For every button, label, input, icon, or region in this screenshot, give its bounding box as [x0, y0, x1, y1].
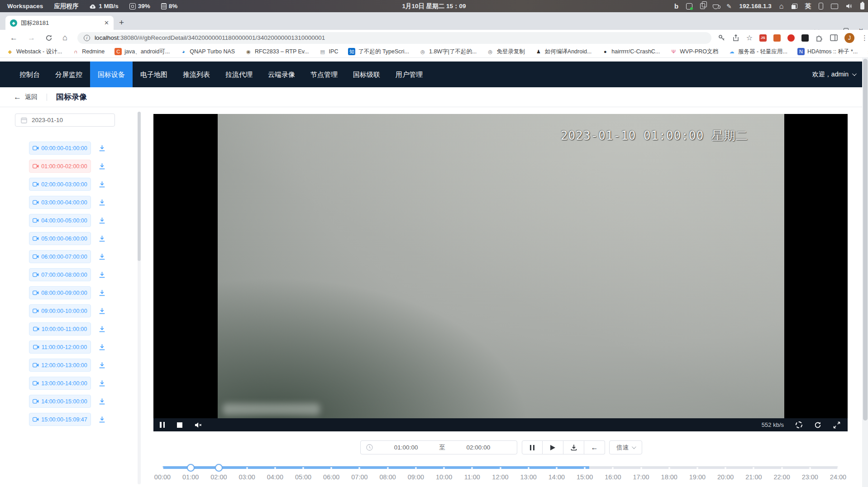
recording-segment-button[interactable]: 01:00:00-02:00:00 — [29, 160, 91, 173]
bookmark-item[interactable]: ♟如何编译Android... — [535, 48, 592, 56]
recording-segment-button[interactable]: 07:00:00-08:00:00 — [29, 268, 91, 281]
download-recording-icon[interactable] — [98, 199, 106, 207]
recording-segment-button[interactable]: 12:00:00-13:00:00 — [29, 359, 91, 372]
recording-segment-button[interactable]: 11:00:00-12:00:00 — [29, 340, 91, 354]
timeline-slider[interactable]: 00:0001:0002:0003:0004:0005:0006:0007:00… — [162, 462, 838, 485]
download-recording-icon[interactable] — [98, 397, 106, 406]
seek-back-button[interactable]: ← — [584, 440, 605, 454]
download-recording-icon[interactable] — [98, 289, 106, 297]
extension-icon[interactable] — [801, 34, 809, 42]
nav-item-9[interactable]: 国标级联 — [345, 61, 388, 87]
nav-item-8[interactable]: 节点管理 — [303, 61, 345, 87]
password-key-icon[interactable] — [718, 34, 725, 42]
nav-item-1[interactable]: 控制台 — [12, 61, 48, 87]
bookmark-item[interactable]: ▤IPC — [319, 48, 339, 55]
side-panel-icon[interactable] — [830, 34, 838, 41]
address-bar[interactable]: i localhost:38080/#/gbRecordDetail/34020… — [77, 32, 711, 44]
recording-segment-button[interactable]: 00:00:00-01:00:00 — [29, 142, 91, 155]
recording-segment-button[interactable]: 03:00:00-04:00:00 — [29, 196, 91, 209]
nav-item-7[interactable]: 云端录像 — [260, 61, 303, 87]
bookmark-item[interactable]: ◕QNAP Turbo NAS — [180, 48, 235, 55]
nav-item-4[interactable]: 电子地图 — [133, 61, 175, 87]
player-stop-icon[interactable] — [177, 422, 182, 428]
display-tray-icon[interactable] — [831, 4, 838, 9]
nav-item-6[interactable]: 拉流代理 — [218, 61, 260, 87]
pause-button[interactable] — [522, 440, 543, 454]
bookmark-item[interactable]: ◉RFC2833 – RTP Ev... — [245, 48, 309, 55]
recording-segment-button[interactable]: 06:00:00-07:00:00 — [29, 250, 91, 263]
download-recording-icon[interactable] — [98, 416, 106, 424]
screenshot-app-tray-icon[interactable] — [686, 3, 692, 9]
recording-segment-button[interactable]: 04:00:00-05:00:00 — [29, 214, 91, 227]
home-tray-icon[interactable]: ⌂ — [779, 2, 784, 10]
playback-speed-dropdown[interactable]: 倍速 — [609, 440, 642, 454]
applications-menu[interactable]: 应用程序 — [54, 2, 78, 10]
date-picker[interactable]: 2023-01-10 — [15, 113, 115, 127]
download-recording-icon[interactable] — [98, 361, 106, 369]
bookmark-item[interactable]: 知了不起的 TypeScri... — [348, 48, 409, 56]
bookmark-item[interactable]: NHDAtmos :: 种子 *... — [797, 48, 858, 56]
download-recording-icon[interactable] — [98, 271, 106, 279]
new-tab-button[interactable]: + — [119, 18, 124, 28]
bookmark-item[interactable]: ☁服务器 - 轻量应用... — [728, 48, 787, 56]
bookmark-item[interactable]: ◎免登录复制 — [486, 48, 525, 56]
player-pause-icon[interactable] — [160, 422, 165, 428]
back-arrow-icon[interactable]: ← — [14, 93, 21, 102]
phone-link-tray-icon[interactable] — [819, 3, 823, 9]
extension-icon[interactable] — [773, 34, 781, 42]
browser-back-button[interactable]: ← — [10, 33, 18, 43]
nav-item-10[interactable]: 用户管理 — [388, 61, 430, 87]
bookmark-item[interactable]: ΨWVP-PRO文档 — [670, 48, 718, 56]
extension-js-icon[interactable]: JS — [759, 34, 767, 42]
timeline-handle[interactable] — [187, 464, 195, 472]
share-icon[interactable] — [732, 34, 739, 42]
page-scrollbar-thumb[interactable] — [863, 59, 868, 421]
workspaces-tray-icon[interactable] — [792, 4, 797, 9]
extensions-puzzle-icon[interactable] — [816, 34, 823, 42]
input-language-indicator[interactable]: 英 — [805, 2, 811, 10]
play-button[interactable] — [543, 440, 563, 454]
recording-segment-button[interactable]: 15:00:00-15:09:47 — [29, 413, 91, 426]
bing-tray-icon[interactable]: b — [674, 2, 678, 10]
sidebar-scrollbar-thumb[interactable] — [138, 112, 141, 261]
clipboard-tray-icon[interactable] — [700, 3, 705, 9]
extension-icon[interactable] — [787, 34, 795, 42]
browser-home-button[interactable]: ⌂ — [62, 33, 67, 43]
recording-segment-button[interactable]: 08:00:00-09:00:00 — [29, 286, 91, 299]
recording-segment-button[interactable]: 14:00:00-15:00:00 — [29, 395, 91, 408]
nav-item-5[interactable]: 推流列表 — [175, 61, 218, 87]
bookmark-item[interactable]: ●hairrrrr/C-CrashC... — [601, 48, 660, 55]
player-fullscreen-icon[interactable] — [833, 421, 840, 429]
battery-tray-icon[interactable] — [860, 3, 864, 9]
recording-segment-button[interactable]: 09:00:00-10:00:00 — [29, 304, 91, 317]
browser-forward-button[interactable]: → — [28, 33, 35, 43]
video-player[interactable]: 2023-01-10 01:00:00 星期二 552 kb/s — [153, 114, 848, 431]
bookmark-item[interactable]: ◎1.8W字|了不起的... — [419, 48, 477, 56]
range-end-value[interactable]: 02:00:00 — [445, 444, 511, 451]
player-settings-icon[interactable] — [796, 421, 802, 428]
bookmark-item[interactable]: Cjava、android可... — [114, 48, 170, 56]
nav-item-3[interactable]: 国标设备 — [90, 61, 133, 87]
bookmark-star-icon[interactable]: ☆ — [746, 33, 753, 42]
site-info-icon[interactable]: i — [84, 35, 90, 41]
timeline-handle[interactable] — [215, 464, 223, 472]
download-recording-icon[interactable] — [98, 343, 106, 351]
ip-address[interactable]: 192.168.1.3 — [739, 3, 772, 9]
range-start-value[interactable]: 01:00:00 — [373, 444, 439, 451]
download-recording-icon[interactable] — [98, 217, 106, 225]
time-range-input[interactable]: 01:00:00 至 02:00:00 — [360, 440, 517, 454]
download-button[interactable] — [563, 440, 584, 454]
caffeine-tray-icon[interactable] — [713, 5, 719, 9]
player-refresh-icon[interactable] — [814, 421, 821, 429]
download-recording-icon[interactable] — [98, 144, 106, 152]
recording-segment-button[interactable]: 05:00:00-06:00:00 — [29, 232, 91, 245]
recording-segment-button[interactable]: 10:00:00-11:00:00 — [29, 322, 91, 336]
download-recording-icon[interactable] — [98, 379, 106, 388]
bookmark-item[interactable]: ◆Webstack - 设计... — [6, 48, 62, 56]
color-picker-tray-icon[interactable]: ✎ — [726, 3, 731, 10]
download-recording-icon[interactable] — [98, 180, 106, 189]
download-recording-icon[interactable] — [98, 235, 106, 243]
nav-item-2[interactable]: 分屏监控 — [48, 61, 90, 87]
workspaces-button[interactable]: Workspaces — [7, 3, 43, 9]
bookmark-item[interactable]: ∩Redmine — [72, 48, 105, 55]
